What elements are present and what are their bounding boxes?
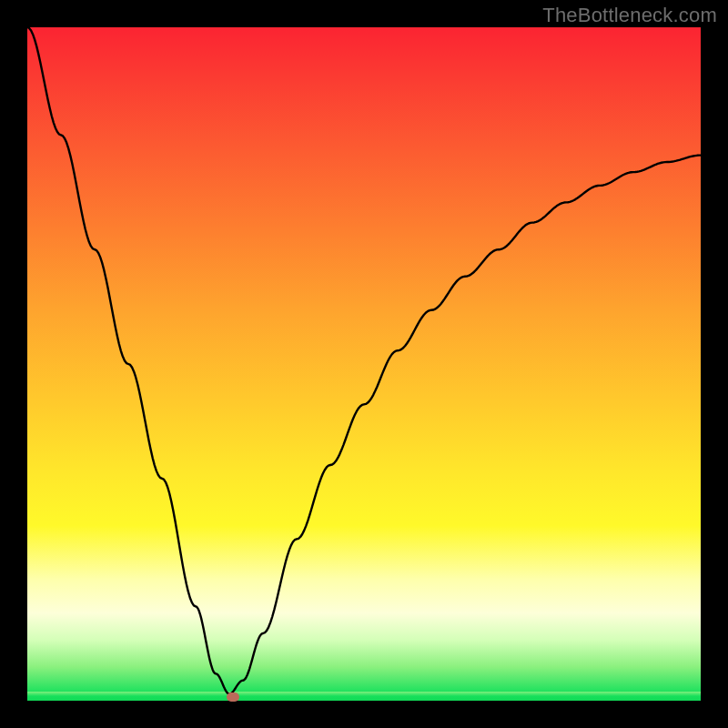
watermark-text: TheBottleneck.com (542, 4, 717, 27)
optimum-marker (227, 693, 239, 702)
plot-area (27, 27, 701, 701)
bottleneck-curve (27, 27, 701, 694)
curve-svg (27, 27, 701, 701)
chart-frame: TheBottleneck.com (0, 0, 728, 728)
